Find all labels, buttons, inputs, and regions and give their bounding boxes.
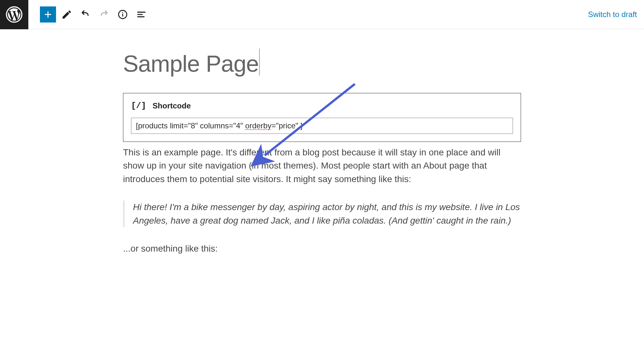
text-cursor [259,49,260,76]
quote-block[interactable]: Hi there! I'm a bike messenger by day, a… [123,200,521,227]
svg-rect-3 [122,12,123,13]
info-button[interactable] [115,6,131,23]
shortcode-value-suffix: ="price" ] [271,121,302,130]
editor-toolbar [28,6,588,23]
editor-topbar: Switch to draft [0,0,644,29]
svg-rect-2 [122,14,123,17]
intro-paragraph[interactable]: This is an example page. It's different … [123,146,521,186]
shortcode-block-label: Shortcode [153,101,191,110]
undo-icon [80,9,91,20]
switch-to-draft-button[interactable]: Switch to draft [588,10,637,19]
shortcode-value-prefix: [products limit="8" columns="4" [136,121,245,130]
shortcode-block[interactable]: [/] Shortcode [products limit="8" column… [123,93,521,142]
second-paragraph[interactable]: ...or something like this: [123,242,521,255]
info-icon [117,9,128,20]
wordpress-logo-button[interactable] [0,0,28,29]
shortcode-value-spellcheck: orderby [245,121,271,130]
shortcode-block-header: [/] Shortcode [131,101,513,111]
add-block-button[interactable] [40,6,56,23]
pencil-icon [61,9,72,20]
redo-icon [99,9,109,20]
outline-button[interactable] [133,6,149,23]
redo-button[interactable] [96,6,112,23]
plus-icon [43,9,53,20]
wordpress-logo-icon [6,6,23,23]
topbar-right: Switch to draft [588,10,644,19]
page-title-text: Sample Page [123,51,259,77]
list-view-icon [136,9,147,20]
edit-tool-button[interactable] [59,6,75,23]
shortcode-input[interactable]: [products limit="8" columns="4" orderby=… [131,118,513,134]
shortcode-icon: [/] [131,101,146,111]
page-content: Sample Page [/] Shortcode [products limi… [123,29,521,281]
undo-button[interactable] [77,6,93,23]
page-title[interactable]: Sample Page [123,49,260,77]
editor-canvas[interactable]: Sample Page [/] Shortcode [products limi… [0,29,644,360]
